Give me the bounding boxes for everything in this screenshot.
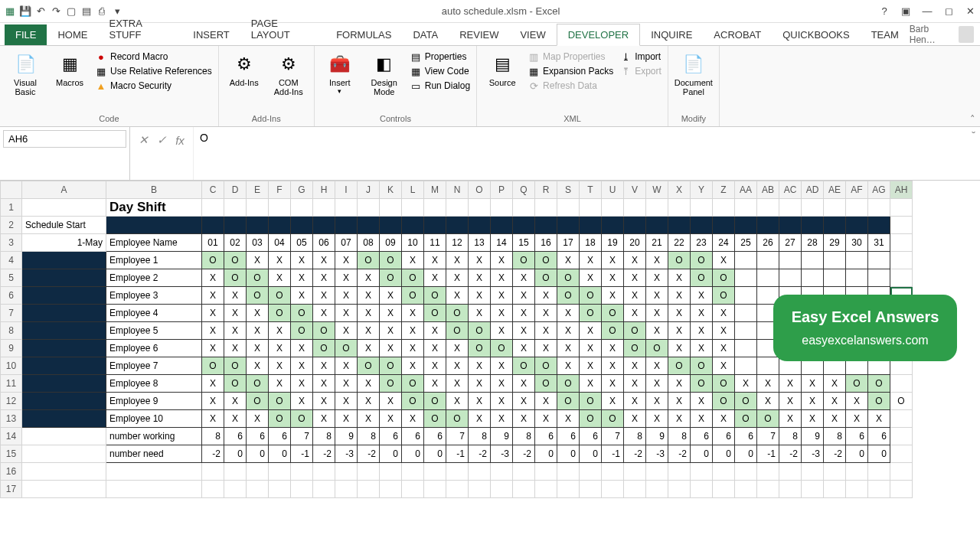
cell[interactable] <box>402 481 424 498</box>
sched-cell[interactable]: O <box>313 340 335 357</box>
num-working[interactable]: 6 <box>224 428 247 445</box>
sched-cell[interactable]: X <box>513 287 535 305</box>
sched-cell[interactable]: X <box>691 305 713 322</box>
sched-cell[interactable]: O <box>446 305 469 322</box>
cell[interactable] <box>535 217 557 234</box>
tab-extra-stuff[interactable]: extra stuff <box>98 13 182 45</box>
sched-cell[interactable]: X <box>513 375 535 393</box>
row-header-2[interactable]: 2 <box>1 217 22 234</box>
employee-name[interactable]: Employee 10 <box>106 410 202 428</box>
sched-cell[interactable]: X <box>691 393 713 410</box>
num-need[interactable]: -2 <box>313 445 335 463</box>
sched-cell[interactable]: O <box>868 375 890 393</box>
cell-AH12[interactable]: O <box>890 393 913 410</box>
addins-button[interactable]: ⚙Add-Ins <box>225 49 263 87</box>
cell[interactable] <box>491 463 513 481</box>
sched-cell[interactable]: X <box>335 252 358 269</box>
sched-cell[interactable]: O <box>668 252 691 269</box>
sched-cell[interactable]: O <box>535 269 557 287</box>
sched-cell[interactable]: O <box>691 357 713 375</box>
cell[interactable] <box>735 217 757 234</box>
sched-cell[interactable] <box>868 269 890 287</box>
sched-cell[interactable]: X <box>513 393 535 410</box>
day-19[interactable]: 19 <box>602 234 624 252</box>
sched-cell[interactable] <box>735 269 757 287</box>
sched-cell[interactable]: X <box>469 393 491 410</box>
cell[interactable] <box>22 252 106 269</box>
num-need[interactable]: 0 <box>557 445 580 463</box>
day-03[interactable]: 03 <box>247 234 269 252</box>
cell[interactable] <box>890 481 913 498</box>
row-header-11[interactable]: 11 <box>1 375 22 393</box>
cell[interactable] <box>668 481 691 498</box>
sched-cell[interactable]: X <box>646 305 668 322</box>
col-header-Q[interactable]: Q <box>513 181 535 199</box>
cell[interactable] <box>22 481 106 498</box>
open-icon[interactable]: ▤ <box>80 5 93 18</box>
num-working[interactable]: 6 <box>691 428 713 445</box>
col-header-E[interactable]: E <box>247 181 269 199</box>
num-need[interactable]: -1 <box>446 445 469 463</box>
day-23[interactable]: 23 <box>691 234 713 252</box>
sched-cell[interactable]: O <box>602 410 624 428</box>
row-header-1[interactable]: 1 <box>1 199 22 217</box>
sched-cell[interactable]: X <box>646 410 668 428</box>
sched-cell[interactable]: X <box>535 287 557 305</box>
sched-cell[interactable]: O <box>269 287 291 305</box>
tab-insert[interactable]: INSERT <box>182 24 240 45</box>
day-31[interactable]: 31 <box>868 234 890 252</box>
sched-cell[interactable]: X <box>802 393 824 410</box>
cell[interactable] <box>757 481 779 498</box>
sched-cell[interactable]: X <box>269 252 291 269</box>
num-working[interactable]: 6 <box>557 428 580 445</box>
cell[interactable] <box>691 217 713 234</box>
com-addins-button[interactable]: ⚙COM Add-Ins <box>270 49 308 96</box>
col-header-AH[interactable]: AH <box>890 181 913 199</box>
sched-cell[interactable] <box>779 252 802 269</box>
collapse-ribbon-icon[interactable]: ˄ <box>970 113 975 125</box>
sched-cell[interactable]: X <box>469 287 491 305</box>
sched-cell[interactable]: X <box>224 287 247 305</box>
cell[interactable] <box>491 199 513 217</box>
row-header-15[interactable]: 15 <box>1 445 22 463</box>
num-working[interactable]: 6 <box>846 428 868 445</box>
sched-cell[interactable]: X <box>335 410 358 428</box>
sched-cell[interactable]: X <box>313 252 335 269</box>
cell[interactable] <box>358 217 380 234</box>
col-header-U[interactable]: U <box>602 181 624 199</box>
maximize-icon[interactable]: ◻ <box>942 5 956 18</box>
cell[interactable] <box>291 481 313 498</box>
sched-cell[interactable]: X <box>446 375 469 393</box>
cell[interactable] <box>646 481 668 498</box>
sched-cell[interactable]: O <box>424 305 446 322</box>
sched-cell[interactable]: X <box>624 305 646 322</box>
sched-cell[interactable]: X <box>757 375 779 393</box>
sched-cell[interactable]: O <box>691 252 713 269</box>
col-header-AD[interactable]: AD <box>802 181 824 199</box>
sched-cell[interactable]: O <box>557 393 580 410</box>
sched-cell[interactable]: X <box>602 393 624 410</box>
insert-control-button[interactable]: 🧰Insert▾ <box>321 49 359 95</box>
col-header-AC[interactable]: AC <box>779 181 802 199</box>
day-09[interactable]: 09 <box>380 234 402 252</box>
sched-cell[interactable]: X <box>624 375 646 393</box>
sched-cell[interactable]: X <box>713 410 735 428</box>
cell[interactable] <box>335 463 358 481</box>
col-header-C[interactable]: C <box>202 181 224 199</box>
num-working[interactable]: 8 <box>202 428 224 445</box>
cell[interactable] <box>469 481 491 498</box>
sched-cell[interactable]: X <box>491 410 513 428</box>
sched-cell[interactable]: O <box>269 305 291 322</box>
sched-cell[interactable]: X <box>624 357 646 375</box>
sched-cell[interactable]: X <box>713 305 735 322</box>
sched-cell[interactable]: X <box>491 287 513 305</box>
sched-cell[interactable]: X <box>224 340 247 357</box>
cell[interactable] <box>557 199 580 217</box>
sched-cell[interactable]: X <box>291 357 313 375</box>
cell[interactable] <box>868 481 890 498</box>
new-icon[interactable]: ▢ <box>64 5 78 18</box>
sched-cell[interactable]: O <box>335 340 358 357</box>
sched-cell[interactable]: O <box>469 340 491 357</box>
num-working[interactable]: 9 <box>802 428 824 445</box>
sched-cell[interactable] <box>802 269 824 287</box>
